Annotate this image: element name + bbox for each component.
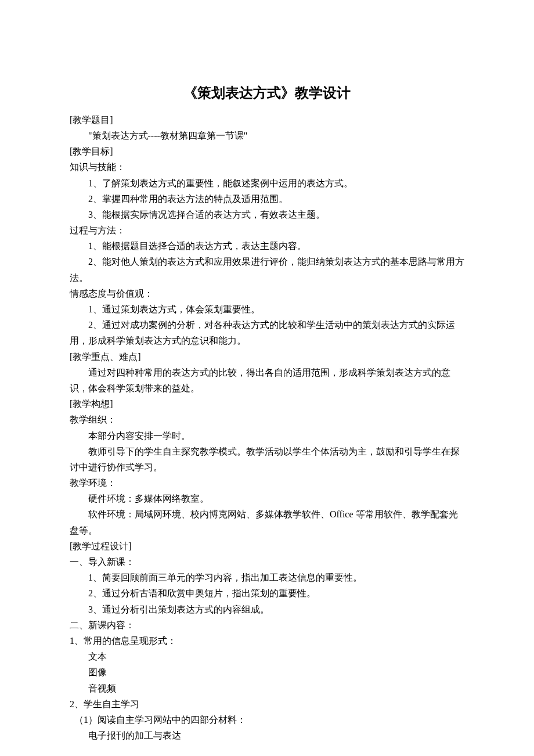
process-new-subheading: 2、学生自主学习 bbox=[70, 696, 464, 712]
section-topic-label: [教学题目] bbox=[70, 112, 464, 128]
goals-attitude-heading: 情感态度与价值观： bbox=[70, 286, 464, 301]
process-intro-item: 3、通过分析引出策划表达方式的内容组成。 bbox=[70, 602, 464, 617]
goals-process-item-text: 2、能对他人策划的表达方式和应用效果进行评价，能归纳策划表达方式的基本思路与常用… bbox=[70, 257, 464, 282]
goals-attitude-item-text: 2、通过对成功案例的分析，对各种表达方式的比较和学生活动中的策划表达方式的实际运… bbox=[70, 320, 455, 345]
plan-org-text: 本部分内容安排一学时。 bbox=[70, 428, 464, 444]
plan-org-text: 教师引导下的学生自主探究教学模式。教学活动以学生个体活动为主，鼓励和引导学生在探… bbox=[70, 444, 464, 475]
focus-text-content: 通过对四种种常用的表达方式的比较，得出各自的适用范围，形成科学策划表达方式的意识… bbox=[70, 368, 450, 393]
goals-process-item: 2、能对他人策划的表达方式和应用效果进行评价，能归纳策划表达方式的基本思路与常用… bbox=[70, 254, 464, 285]
process-new-item: 文本 bbox=[70, 649, 464, 664]
process-intro-item: 2、通过分析古语和欣赏申奥短片，指出策划的重要性。 bbox=[70, 585, 464, 601]
goals-knowledge-item: 1、了解策划表达方式的重要性，能叙述案例中运用的表达方式。 bbox=[70, 175, 464, 191]
process-new-subitem: 电子报刊的加工与表达 bbox=[70, 728, 464, 743]
process-new-subheading: 1、常用的信息呈现形式： bbox=[70, 633, 464, 649]
document-page: 《策划表达方式》教学设计 [教学题目] "策划表达方式----教材第四章第一节课… bbox=[0, 0, 534, 756]
focus-text: 通过对四种种常用的表达方式的比较，得出各自的适用范围，形成科学策划表达方式的意识… bbox=[70, 365, 464, 396]
plan-env-text: 软件环境：局域网环境、校内博克网站、多媒体教学软件、Office 等常用软件、教… bbox=[70, 506, 464, 538]
goals-knowledge-heading: 知识与技能： bbox=[70, 159, 464, 175]
section-process-label: [教学过程设计] bbox=[70, 538, 464, 554]
plan-env-heading: 教学环境： bbox=[70, 475, 464, 491]
goals-process-heading: 过程与方法： bbox=[70, 222, 464, 238]
section-plan-label: [教学构想] bbox=[70, 396, 464, 412]
section-goals-label: [教学目标] bbox=[70, 143, 464, 159]
plan-env-text: 硬件环境：多媒体网络教室。 bbox=[70, 491, 464, 506]
document-title: 《策划表达方式》教学设计 bbox=[70, 81, 464, 105]
process-intro-heading: 一、导入新课： bbox=[70, 554, 464, 570]
goals-knowledge-item: 2、掌握四种常用的表达方法的特点及适用范围。 bbox=[70, 191, 464, 207]
goals-attitude-item: 1、通过策划表达方式，体会策划重要性。 bbox=[70, 301, 464, 317]
section-focus-label: [教学重点、难点] bbox=[70, 349, 464, 365]
goals-process-item: 1、能根据题目选择合适的表达方式，表达主题内容。 bbox=[70, 238, 464, 254]
process-new-heading: 二、新课内容： bbox=[70, 617, 464, 633]
plan-env-text-content: 软件环境：局域网环境、校内博克网站、多媒体教学软件、Office 等常用软件、教… bbox=[70, 509, 458, 535]
topic-text: "策划表达方式----教材第四章第一节课" bbox=[70, 128, 464, 143]
goals-knowledge-item: 3、能根据实际情况选择合适的表达方式，有效表达主题。 bbox=[70, 207, 464, 222]
process-new-subitem: （1）阅读自主学习网站中的四部分材料： bbox=[70, 712, 464, 728]
process-intro-item: 1、简要回顾前面三单元的学习内容，指出加工表达信息的重要性。 bbox=[70, 570, 464, 585]
plan-org-text-content: 教师引导下的学生自主探究教学模式。教学活动以学生个体活动为主，鼓励和引导学生在探… bbox=[70, 447, 460, 472]
process-new-item: 图像 bbox=[70, 664, 464, 680]
plan-org-heading: 教学组织： bbox=[70, 412, 464, 427]
process-new-item: 音视频 bbox=[70, 681, 464, 696]
goals-attitude-item: 2、通过对成功案例的分析，对各种表达方式的比较和学生活动中的策划表达方式的实际运… bbox=[70, 317, 464, 348]
